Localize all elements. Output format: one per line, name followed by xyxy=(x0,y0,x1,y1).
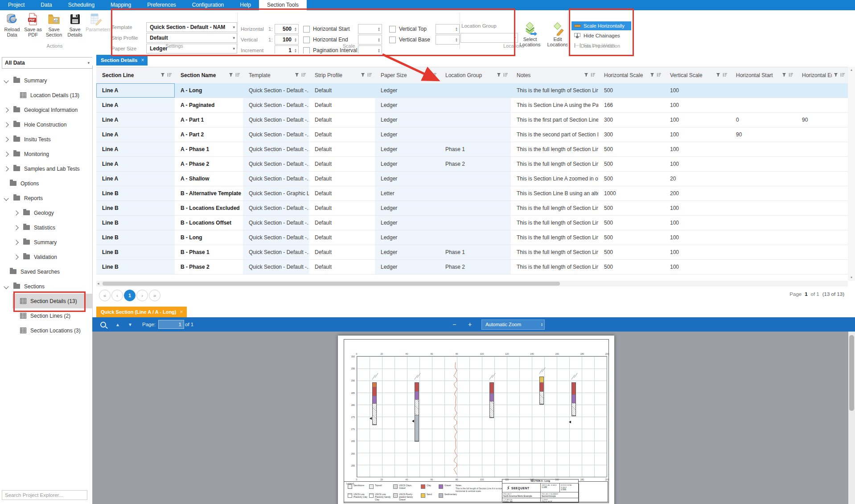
grid-cell[interactable] xyxy=(440,216,511,230)
filter-icon[interactable] xyxy=(716,72,720,78)
grid-cell[interactable]: B - Alternative Template xyxy=(175,186,243,201)
data-filter-select[interactable]: All Data ▾ xyxy=(2,57,93,69)
column-header-horizontal-end[interactable]: Horizontal End xyxy=(796,67,848,83)
sidebar-item-insitu-tests[interactable]: Insitu Tests xyxy=(0,132,97,147)
grid-cell[interactable] xyxy=(796,98,848,112)
grid-cell[interactable]: Phase 1 xyxy=(440,142,511,156)
tab-section-details[interactable]: Section Details × xyxy=(96,55,148,66)
grid-cell[interactable] xyxy=(796,230,848,245)
column-header-location-group[interactable]: Location Group xyxy=(440,67,511,83)
grid-cell[interactable]: 1000 xyxy=(598,186,664,201)
menu-item-help[interactable]: Help xyxy=(232,0,259,10)
grid-cell[interactable]: 500 xyxy=(598,216,664,230)
grid-cell[interactable] xyxy=(796,216,848,230)
next-page-button[interactable]: ▼ xyxy=(128,317,132,332)
grid-cell[interactable] xyxy=(730,98,796,112)
grid-cell[interactable]: Line B xyxy=(96,201,175,215)
grid-cell[interactable]: 500 xyxy=(598,83,664,98)
table-row[interactable]: Line AA - Part 2Quick Section - Default … xyxy=(96,127,848,142)
grid-cell[interactable]: Ledger xyxy=(375,201,440,215)
zoom-out-button[interactable]: − xyxy=(452,317,456,332)
sort-icon[interactable] xyxy=(789,72,793,78)
grid-cell[interactable]: Quick Section - Default -... xyxy=(243,98,309,112)
grid-cell[interactable]: Ledger xyxy=(375,245,440,259)
chevron-right-icon[interactable] xyxy=(13,210,18,215)
chevron-down-icon[interactable] xyxy=(4,196,8,201)
grid-cell[interactable]: 100 xyxy=(664,83,730,98)
grid-cell[interactable]: 0 xyxy=(730,113,796,127)
sort-icon[interactable] xyxy=(657,72,662,78)
sidebar-item-options[interactable]: Options xyxy=(0,176,102,191)
grid-cell[interactable] xyxy=(730,186,796,201)
grid-cell[interactable]: 500 xyxy=(598,230,664,245)
grid-cell[interactable]: 500 xyxy=(598,260,664,274)
grid-cell[interactable] xyxy=(730,142,796,156)
grid-cell[interactable]: This is Section Line A using the Pagi... xyxy=(511,98,598,112)
grid-cell[interactable]: Quick Section - Default -... xyxy=(243,230,309,245)
grid-cell[interactable]: 100 xyxy=(664,142,730,156)
sort-icon[interactable] xyxy=(723,72,728,78)
grid-cell[interactable]: Ledger xyxy=(375,127,440,142)
grid-cell[interactable] xyxy=(796,201,848,215)
sidebar-item-summary[interactable]: Summary xyxy=(0,235,107,250)
chevron-right-icon[interactable] xyxy=(13,254,18,259)
grid-cell[interactable]: 500 xyxy=(598,157,664,171)
grid-cell[interactable] xyxy=(730,83,796,98)
scrollbar-thumb[interactable] xyxy=(103,282,560,286)
grid-cell[interactable] xyxy=(796,260,848,274)
horizontal-scale-input[interactable]: 500▴▾ xyxy=(275,24,299,34)
grid-cell[interactable]: Quick Section - Default -... xyxy=(243,216,309,230)
table-row[interactable]: Line AA - Phase 1Quick Section - Default… xyxy=(96,142,848,157)
sidebar-item-location-details-13-[interactable]: Location Details (13) xyxy=(0,88,112,102)
vertical-top-checkbox[interactable]: Vertical Top xyxy=(389,25,427,33)
scroll-down-icon[interactable]: ▾ xyxy=(848,275,855,281)
grid-cell[interactable]: 500 xyxy=(598,142,664,156)
table-row[interactable]: Line AA - PaginatedQuick Section - Defau… xyxy=(96,98,848,113)
filter-icon[interactable] xyxy=(782,72,786,78)
chevron-right-icon[interactable] xyxy=(4,122,8,127)
grid-cell[interactable]: Quick Section - Default -... xyxy=(243,127,309,142)
grid-cell[interactable]: 100 xyxy=(664,216,730,230)
sort-icon[interactable] xyxy=(235,72,240,78)
chevron-right-icon[interactable] xyxy=(4,107,8,112)
scroll-up-icon[interactable]: ▴ xyxy=(848,67,855,73)
close-icon[interactable]: × xyxy=(141,57,144,63)
sidebar-item-samples-and-lab-tests[interactable]: Samples and Lab Tests xyxy=(0,161,97,176)
grid-cell[interactable]: A - Shallow xyxy=(175,172,243,186)
menu-item-scheduling[interactable]: Scheduling xyxy=(60,0,103,10)
zoom-level-select[interactable]: Automatic Zoom ▴▾ xyxy=(481,320,545,330)
grid-cell[interactable]: Default xyxy=(309,83,375,98)
close-icon[interactable]: × xyxy=(180,309,183,315)
tab-section-tools[interactable]: Section Tools xyxy=(259,0,307,10)
grid-cell[interactable]: Default xyxy=(309,113,375,127)
grid-horizontal-scrollbar[interactable]: ◂ xyxy=(96,281,848,287)
grid-cell[interactable]: A - Paginated xyxy=(175,98,243,112)
grid-cell[interactable]: Default xyxy=(309,230,375,245)
chevron-down-icon[interactable] xyxy=(4,284,8,289)
grid-cell[interactable]: Default xyxy=(309,245,375,259)
template-select[interactable]: Quick Section - Default - NAM▾ xyxy=(146,22,237,32)
value-spinbox[interactable]: ▴▾ xyxy=(436,24,460,34)
grid-cell[interactable]: 100 xyxy=(664,113,730,127)
page-1-button[interactable]: 1 xyxy=(124,290,136,301)
grid-cell[interactable]: Quick Section - Default -... xyxy=(243,157,309,171)
grid-cell[interactable]: This is the full length of Section Line.… xyxy=(511,83,598,98)
grid-cell[interactable]: B - Locations Offset xyxy=(175,216,243,230)
sidebar-item-hole-construction[interactable]: Hole Construction xyxy=(0,117,97,132)
filter-icon[interactable] xyxy=(650,72,654,78)
horizontal-end-checkbox[interactable]: Horizontal End xyxy=(303,35,348,44)
sort-icon[interactable] xyxy=(367,72,372,78)
grid-cell[interactable]: 500 xyxy=(598,201,664,215)
grid-cell[interactable]: B - Phase 2 xyxy=(175,260,243,274)
grid-cell[interactable]: This is Section Line A zoomed in on... xyxy=(511,172,598,186)
menu-item-configuration[interactable]: Configuration xyxy=(184,0,232,10)
grid-cell[interactable]: This is the second part of Section Li... xyxy=(511,127,598,142)
grid-cell[interactable] xyxy=(730,245,796,259)
grid-cell[interactable]: Ledger xyxy=(375,157,440,171)
grid-cell[interactable]: Ledger xyxy=(375,172,440,186)
chevron-right-icon[interactable] xyxy=(13,225,18,230)
grid-cell[interactable]: This is the full length of Section Line.… xyxy=(511,201,598,215)
grid-cell[interactable]: 100 xyxy=(664,157,730,171)
grid-cell[interactable]: A - Part 1 xyxy=(175,113,243,127)
grid-cell[interactable]: This is the full length of Section Line.… xyxy=(511,260,598,274)
